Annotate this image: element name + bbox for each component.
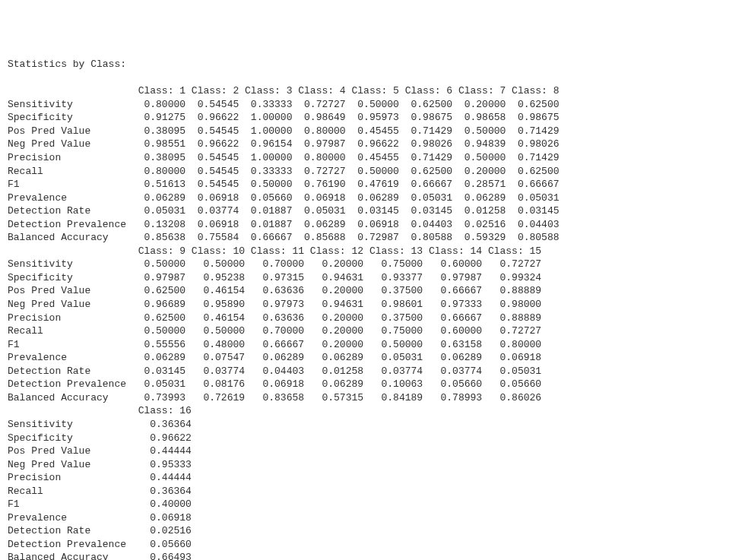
console-title: Statistics by Class: xyxy=(8,59,126,70)
console-output: Class: 1 Class: 2 Class: 3 Class: 4 Clas… xyxy=(8,85,560,560)
